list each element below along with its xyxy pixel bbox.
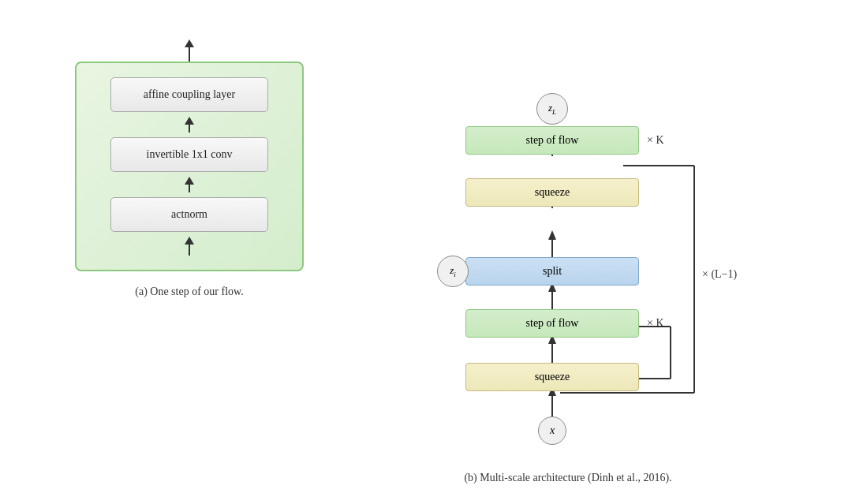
squeeze-bot-block: squeeze xyxy=(465,363,639,391)
arrowline3 xyxy=(189,245,190,256)
affine-block: affine coupling layer xyxy=(110,77,268,112)
zi-node: zi xyxy=(437,256,469,287)
arrow2 xyxy=(185,177,194,192)
l-1-label: × (L−1) xyxy=(702,268,737,281)
k-top-label: × K xyxy=(647,134,664,147)
arrow-head-top xyxy=(185,39,194,47)
top-arrow-out xyxy=(185,39,194,62)
arrowhead2 xyxy=(185,177,194,185)
conv-block: invertible 1x1 conv xyxy=(110,137,268,172)
right-caption: (b) Multi-scale architecture (Dinh et al… xyxy=(464,472,671,484)
right-diagram-svg xyxy=(379,24,757,457)
k-mid-label: × K xyxy=(647,317,664,330)
arrow3 xyxy=(185,237,194,256)
step-flow-top-block: step of flow xyxy=(465,126,639,155)
left-diagram: affine coupling layer invertible 1x1 con… xyxy=(47,16,331,298)
zL-node: zL xyxy=(536,93,568,125)
split-block: split xyxy=(465,257,639,286)
step-flow-mid-block: step of flow xyxy=(465,309,639,338)
arrowhead1 xyxy=(185,117,194,125)
arrowline2 xyxy=(189,185,190,192)
right-svg: zL step of flow squeeze split step of fl… xyxy=(379,24,757,457)
squeeze-top-block: squeeze xyxy=(465,178,639,207)
arrowhead3 xyxy=(185,237,194,245)
main-container: affine coupling layer invertible 1x1 con… xyxy=(0,0,852,504)
flow-outer-box: affine coupling layer invertible 1x1 con… xyxy=(75,62,304,271)
arrowline1 xyxy=(189,125,190,133)
arrow1 xyxy=(185,117,194,133)
right-diagram: zL step of flow squeeze split step of fl… xyxy=(331,16,805,484)
arrow-line-top xyxy=(189,47,190,62)
svg-marker-7 xyxy=(548,230,556,240)
left-caption: (a) One step of our flow. xyxy=(135,286,244,298)
x-node: x xyxy=(538,416,566,445)
actnorm-block: actnorm xyxy=(110,197,268,232)
